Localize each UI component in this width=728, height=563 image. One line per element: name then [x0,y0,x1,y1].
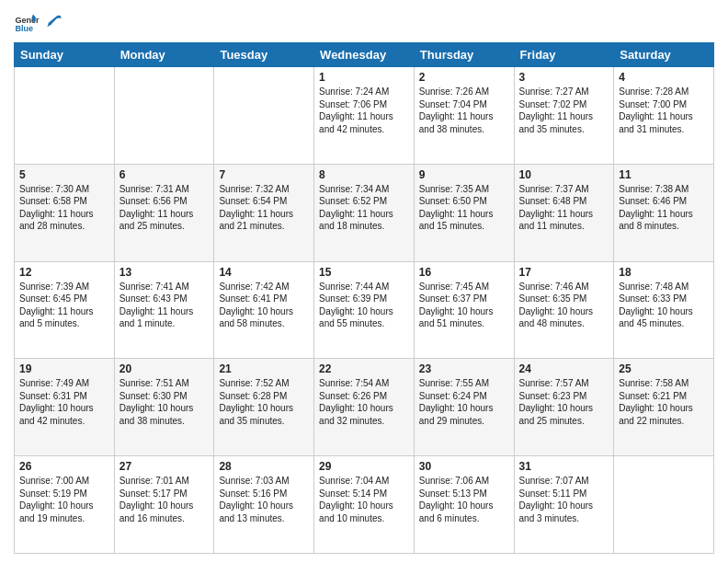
day-info: Sunrise: 7:48 AM Sunset: 6:33 PM Dayligh… [619,281,709,330]
col-header-friday: Friday [514,43,614,67]
calendar-cell: 1Sunrise: 7:24 AM Sunset: 7:06 PM Daylig… [314,67,415,165]
day-number: 19 [19,362,109,375]
day-info: Sunrise: 7:35 AM Sunset: 6:50 PM Dayligh… [419,183,509,233]
calendar-cell: 5Sunrise: 7:30 AM Sunset: 6:58 PM Daylig… [15,164,115,261]
day-info: Sunrise: 7:54 AM Sunset: 6:26 PM Dayligh… [319,377,409,427]
day-info: Sunrise: 7:58 AM Sunset: 6:21 PM Dayligh… [619,377,709,427]
day-number: 6 [119,168,210,181]
day-number: 11 [619,168,709,181]
svg-text:Blue: Blue [15,24,33,33]
calendar-cell: 24Sunrise: 7:57 AM Sunset: 6:23 PM Dayli… [514,359,614,456]
day-info: Sunrise: 7:45 AM Sunset: 6:37 PM Dayligh… [419,281,509,330]
day-info: Sunrise: 7:06 AM Sunset: 5:13 PM Dayligh… [419,475,509,524]
day-number: 1 [319,71,409,84]
col-header-monday: Monday [114,43,214,67]
calendar-cell: 2Sunrise: 7:26 AM Sunset: 7:04 PM Daylig… [414,67,514,165]
calendar-cell: 8Sunrise: 7:34 AM Sunset: 6:52 PM Daylig… [314,164,415,261]
day-number: 23 [419,362,509,375]
calendar-cell: 7Sunrise: 7:32 AM Sunset: 6:54 PM Daylig… [214,164,314,261]
day-number: 29 [319,460,409,473]
day-number: 7 [219,168,309,181]
day-info: Sunrise: 7:04 AM Sunset: 5:14 PM Dayligh… [319,475,409,524]
day-info: Sunrise: 7:46 AM Sunset: 6:35 PM Dayligh… [519,281,609,330]
day-number: 18 [619,266,709,279]
day-number: 12 [19,266,109,279]
day-number: 4 [619,71,709,84]
calendar-table: SundayMondayTuesdayWednesdayThursdayFrid… [14,42,714,554]
calendar-cell: 12Sunrise: 7:39 AM Sunset: 6:45 PM Dayli… [15,261,115,359]
day-number: 10 [519,168,609,181]
day-number: 26 [19,460,109,473]
day-number: 13 [119,266,210,279]
calendar-cell: 30Sunrise: 7:06 AM Sunset: 5:13 PM Dayli… [414,456,514,554]
calendar-cell: 15Sunrise: 7:44 AM Sunset: 6:39 PM Dayli… [314,261,415,359]
calendar-cell: 31Sunrise: 7:07 AM Sunset: 5:11 PM Dayli… [514,456,614,554]
day-info: Sunrise: 7:01 AM Sunset: 5:17 PM Dayligh… [119,475,210,524]
logo-bird-icon [43,12,63,32]
calendar-cell: 23Sunrise: 7:55 AM Sunset: 6:24 PM Dayli… [414,359,514,456]
calendar-cell: 18Sunrise: 7:48 AM Sunset: 6:33 PM Dayli… [614,261,714,359]
day-info: Sunrise: 7:51 AM Sunset: 6:30 PM Dayligh… [119,377,210,427]
day-info: Sunrise: 7:39 AM Sunset: 6:45 PM Dayligh… [19,281,109,330]
day-info: Sunrise: 7:37 AM Sunset: 6:48 PM Dayligh… [519,183,609,233]
calendar-cell: 27Sunrise: 7:01 AM Sunset: 5:17 PM Dayli… [114,456,214,554]
col-header-tuesday: Tuesday [214,43,314,67]
day-number: 28 [219,460,309,473]
day-number: 20 [119,362,210,375]
calendar-cell: 20Sunrise: 7:51 AM Sunset: 6:30 PM Dayli… [114,359,214,456]
col-header-wednesday: Wednesday [314,43,415,67]
day-info: Sunrise: 7:24 AM Sunset: 7:06 PM Dayligh… [319,86,409,135]
col-header-saturday: Saturday [614,43,714,67]
day-info: Sunrise: 7:42 AM Sunset: 6:41 PM Dayligh… [219,281,309,330]
calendar-cell: 16Sunrise: 7:45 AM Sunset: 6:37 PM Dayli… [414,261,514,359]
calendar-cell: 22Sunrise: 7:54 AM Sunset: 6:26 PM Dayli… [314,359,415,456]
day-number: 5 [19,168,109,181]
day-info: Sunrise: 7:28 AM Sunset: 7:00 PM Dayligh… [619,86,709,135]
day-info: Sunrise: 7:52 AM Sunset: 6:28 PM Dayligh… [219,377,309,427]
day-info: Sunrise: 7:34 AM Sunset: 6:52 PM Dayligh… [319,183,409,233]
day-info: Sunrise: 7:27 AM Sunset: 7:02 PM Dayligh… [519,86,609,135]
day-info: Sunrise: 7:41 AM Sunset: 6:43 PM Dayligh… [119,281,210,330]
day-info: Sunrise: 7:00 AM Sunset: 5:19 PM Dayligh… [19,475,109,524]
day-info: Sunrise: 7:07 AM Sunset: 5:11 PM Dayligh… [519,475,609,524]
calendar-cell: 9Sunrise: 7:35 AM Sunset: 6:50 PM Daylig… [414,164,514,261]
day-number: 31 [519,460,609,473]
day-number: 30 [419,460,509,473]
day-number: 25 [619,362,709,375]
day-number: 24 [519,362,609,375]
day-number: 27 [119,460,210,473]
day-number: 21 [219,362,309,375]
calendar-cell [114,67,214,165]
day-info: Sunrise: 7:32 AM Sunset: 6:54 PM Dayligh… [219,183,309,233]
day-info: Sunrise: 7:55 AM Sunset: 6:24 PM Dayligh… [419,377,509,427]
day-info: Sunrise: 7:49 AM Sunset: 6:31 PM Dayligh… [19,377,109,427]
calendar-cell [614,456,714,554]
day-number: 3 [519,71,609,84]
day-info: Sunrise: 7:44 AM Sunset: 6:39 PM Dayligh… [319,281,409,330]
calendar-cell [214,67,314,165]
day-number: 17 [519,266,609,279]
col-header-thursday: Thursday [414,43,514,67]
calendar-cell: 14Sunrise: 7:42 AM Sunset: 6:41 PM Dayli… [214,261,314,359]
day-number: 2 [419,71,509,84]
calendar-cell: 10Sunrise: 7:37 AM Sunset: 6:48 PM Dayli… [514,164,614,261]
day-info: Sunrise: 7:38 AM Sunset: 6:46 PM Dayligh… [619,183,709,233]
day-info: Sunrise: 7:31 AM Sunset: 6:56 PM Dayligh… [119,183,210,233]
col-header-sunday: Sunday [15,43,115,67]
day-info: Sunrise: 7:57 AM Sunset: 6:23 PM Dayligh… [519,377,609,427]
calendar-cell: 4Sunrise: 7:28 AM Sunset: 7:00 PM Daylig… [614,67,714,165]
day-number: 15 [319,266,409,279]
calendar-cell: 26Sunrise: 7:00 AM Sunset: 5:19 PM Dayli… [15,456,115,554]
day-number: 16 [419,266,509,279]
calendar-cell: 11Sunrise: 7:38 AM Sunset: 6:46 PM Dayli… [614,164,714,261]
day-number: 9 [419,168,509,181]
logo: General Blue [14,9,65,35]
calendar-cell: 25Sunrise: 7:58 AM Sunset: 6:21 PM Dayli… [614,359,714,456]
logo-icon: General Blue [14,9,40,35]
day-info: Sunrise: 7:03 AM Sunset: 5:16 PM Dayligh… [219,475,309,524]
header: General Blue [14,9,714,35]
day-number: 22 [319,362,409,375]
calendar-cell: 6Sunrise: 7:31 AM Sunset: 6:56 PM Daylig… [114,164,214,261]
calendar-cell: 28Sunrise: 7:03 AM Sunset: 5:16 PM Dayli… [214,456,314,554]
calendar-cell: 29Sunrise: 7:04 AM Sunset: 5:14 PM Dayli… [314,456,415,554]
